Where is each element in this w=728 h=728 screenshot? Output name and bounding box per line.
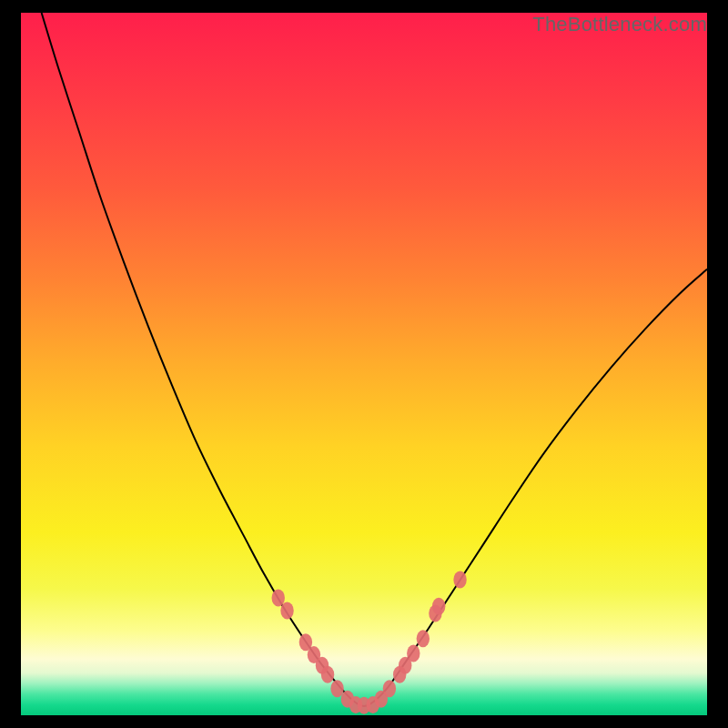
curve-marker	[407, 645, 420, 662]
chart-svg	[21, 13, 707, 715]
curve-marker	[453, 571, 466, 589]
plot-area	[21, 13, 707, 715]
watermark-text: TheBottleneck.com	[532, 13, 707, 36]
curve-marker	[417, 630, 430, 647]
bottleneck-curve	[42, 13, 707, 706]
chart-container: TheBottleneck.com	[0, 0, 728, 728]
curve-marker	[321, 666, 334, 683]
curve-marker	[280, 602, 293, 619]
curve-marker	[383, 680, 396, 697]
curve-marker	[272, 590, 285, 607]
curve-marker	[432, 598, 445, 615]
curve-marker	[330, 680, 343, 697]
